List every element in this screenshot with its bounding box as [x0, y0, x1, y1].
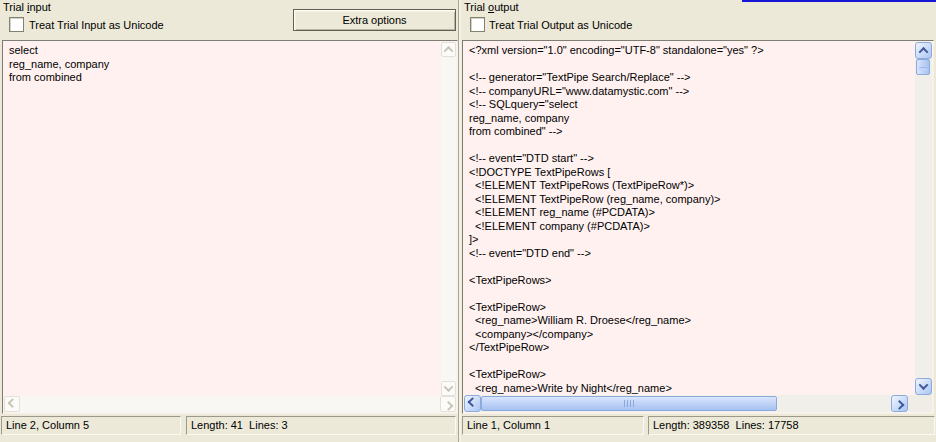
chevron-down-icon [444, 382, 454, 392]
chevron-right-icon [895, 400, 905, 410]
output-status-stats: Length: 389358 Lines: 17758 [648, 416, 935, 435]
trial-output-editor[interactable]: <?xml version="1.0" encoding="UTF-8" sta… [462, 40, 934, 414]
chevron-up-icon [919, 47, 929, 57]
scroll-up-button[interactable] [915, 42, 932, 59]
pane-divider-highlight [459, 0, 461, 442]
scroll-up-button[interactable] [441, 42, 456, 57]
trial-output-title: Trial output [464, 1, 519, 13]
chevron-left-icon [7, 398, 17, 408]
textpipe-trial-panel: Trial input Treat Trial Input as Unicode… [0, 0, 936, 442]
chevron-down-icon [919, 380, 929, 390]
unicode-output-checkbox[interactable] [470, 17, 485, 32]
scroll-left-button[interactable] [4, 396, 20, 412]
thumb-gripper-icon [919, 67, 927, 68]
scroll-down-button[interactable] [441, 381, 456, 396]
scroll-right-button[interactable] [440, 396, 456, 412]
chevron-left-icon [468, 397, 478, 407]
input-status-position: Line 2, Column 5 [1, 416, 181, 435]
thumb-gripper-icon [624, 400, 635, 407]
scroll-left-button[interactable] [464, 395, 481, 412]
unicode-output-checkbox-label: Treat Trial Output as Unicode [489, 19, 632, 31]
scrollbar-corner [908, 395, 932, 412]
trial-input-title: Trial input [3, 1, 51, 13]
trial-input-editor[interactable]: select reg_name, company from combined [2, 40, 458, 414]
unicode-input-checkbox[interactable] [9, 17, 24, 32]
output-status-position: Line 1, Column 1 [462, 416, 644, 435]
trial-output-text[interactable]: <?xml version="1.0" encoding="UTF-8" sta… [463, 41, 916, 396]
trial-output-vertical-scrollbar[interactable] [915, 42, 932, 395]
chevron-right-icon [443, 400, 453, 410]
vertical-scroll-thumb[interactable] [916, 59, 930, 75]
trial-input-text[interactable]: select reg_name, company from combined [3, 41, 440, 396]
horizontal-scroll-thumb[interactable] [481, 396, 777, 411]
input-status-stats: Length: 41 Lines: 3 [186, 416, 456, 435]
trial-input-horizontal-scrollbar[interactable] [4, 396, 456, 412]
scroll-right-button[interactable] [891, 395, 908, 412]
extra-options-button[interactable]: Extra options [293, 9, 456, 31]
trial-output-horizontal-scrollbar[interactable] [464, 395, 908, 412]
focus-accent-line [742, 0, 936, 2]
chevron-up-icon [444, 46, 454, 56]
scroll-down-button[interactable] [915, 378, 932, 395]
unicode-input-checkbox-label: Treat Trial Input as Unicode [29, 19, 164, 31]
trial-input-vertical-scrollbar[interactable] [441, 42, 456, 396]
